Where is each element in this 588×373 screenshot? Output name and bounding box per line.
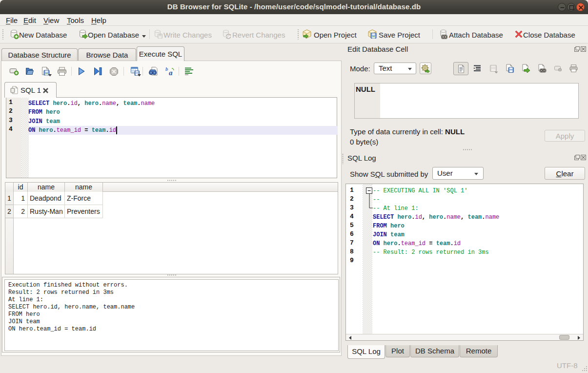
svg-text:a: a: [169, 69, 173, 76]
svg-text:b: b: [165, 66, 168, 72]
